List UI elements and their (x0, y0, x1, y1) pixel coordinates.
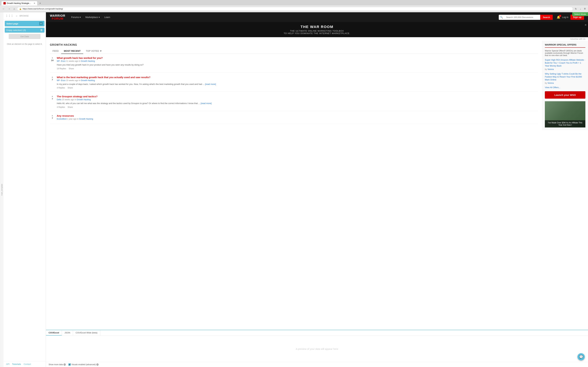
wso-offer-2[interactable]: Why Selling Ugly T-shirts Could Be the F… (545, 72, 585, 81)
thread-actions: 19 Replies Share (57, 67, 538, 70)
nav-item-marketplace[interactable]: Marketplace ▾ (83, 15, 102, 20)
home-button[interactable]: ⌂ (12, 7, 16, 11)
ad-content: THE WAR ROOM THE ULTIMATE ONLINE MARKETI… (49, 25, 585, 34)
active-tab[interactable]: Growth Hacking Strategies | Top ✕ (1, 1, 37, 5)
read-more-link[interactable]: [read more] (205, 83, 216, 85)
vote-up-icon[interactable]: ▲ (51, 95, 53, 97)
tab-json[interactable]: JSON (62, 330, 73, 335)
thread-replies[interactable]: 19 Replies (57, 67, 66, 70)
thread-meta: Deflo 25 weeks ago in Growth Hacking (57, 99, 538, 101)
tab-most-recent[interactable]: MOST RECENT (61, 48, 83, 54)
refresh-button[interactable]: ↻ (574, 7, 578, 11)
wf-header: WARRIOR FORUM Forums ▾ Marketplace ▾ Lea… (46, 12, 588, 22)
thread-user[interactable]: Deflo (57, 99, 61, 101)
visuals-checkbox[interactable] (69, 363, 71, 366)
thread-body: The Groupon strategy and tactics? Deflo … (57, 95, 538, 108)
thread-meta: WF- Enzo 10 weeks ago in Growth Hacking (57, 79, 538, 82)
nav-bar: ← → ⌂ 🔒 ↻ ↓ ≡ (0, 5, 588, 12)
back-button[interactable]: ← (1, 7, 6, 11)
thread-tag[interactable]: Growth Hacking (79, 118, 93, 120)
wso-user-1[interactable]: Verena (547, 68, 554, 70)
thread-tag[interactable]: Growth Hacking (81, 60, 95, 62)
view-all-offers-link[interactable]: View All Offers... (545, 86, 585, 89)
nav-item-forums[interactable]: Forums ▾ (69, 15, 83, 20)
thread-share[interactable]: Share (68, 106, 73, 108)
ad-close-button[interactable]: ✕ (585, 24, 587, 26)
thread-body: What growth hack has worked for you? WF-… (57, 57, 538, 70)
tab-csv-excel[interactable]: CSV/Excel (46, 330, 62, 335)
launch-wso-button[interactable]: Launch your WSO (545, 91, 585, 99)
thread-item: ▲ 7 Any resources EvolveBest 1 year ago … (50, 114, 538, 124)
selection-delete-button[interactable]: 🗑 (40, 29, 43, 32)
template-label: main_template (0, 12, 3, 367)
thread-title[interactable]: The Groupon strategy and tactics? (57, 95, 538, 98)
get-data-button[interactable]: Get Data (9, 34, 41, 39)
tab-csv-excel-wide[interactable]: CSV/Excel Wide (beta) (73, 330, 100, 335)
thread-share[interactable]: Share (68, 87, 73, 89)
wso-image-overlay: I've Made Over $3M As An Affiliate This … (545, 120, 585, 127)
bottom-tabs: CSV/Excel JSON CSV/Excel Wide (beta) (46, 330, 588, 336)
forward-button[interactable]: → (7, 7, 11, 11)
wso-user-2[interactable]: Verena (547, 82, 554, 84)
thread-meta: WF- Enzo 11 weeks ago in Growth Hacking (57, 60, 538, 62)
sidebar-help-text: Click an element on the page to select i… (5, 40, 44, 48)
selection-row[interactable]: Empty selection1 (0) 🗑 (5, 28, 44, 33)
wso-description: Warrior Special Offers® (WSOs) are deals… (545, 50, 585, 57)
sidebar-contact-link[interactable]: Contact (24, 363, 31, 365)
vote-up-icon[interactable]: ▲ (51, 57, 53, 59)
new-tab-button[interactable]: + (38, 1, 42, 5)
thread-vote: ▲ 7 (50, 76, 55, 89)
sidebar-back-icon[interactable]: ← (15, 14, 19, 18)
search-icon: 🔍 (499, 16, 504, 18)
read-more-link[interactable]: [read more] (201, 102, 211, 105)
advertise-link[interactable]: Advertise with Us (46, 37, 588, 41)
tab-close-btn[interactable]: ✕ (34, 2, 35, 4)
select-row[interactable]: Select page + (5, 21, 44, 26)
bottom-footer: Show more data ? Visuals enabled (advanc… (46, 362, 588, 367)
thread-title[interactable]: What is the best marketing growth hack t… (57, 76, 538, 79)
sidebar-content: Select page + Empty selection1 (0) 🗑 Get… (3, 19, 46, 361)
tab-title: Growth Hacking Strategies | Top (7, 2, 32, 4)
thread-title[interactable]: What growth hack has worked for you? (57, 57, 538, 59)
search-button[interactable]: Search (540, 15, 553, 20)
bottom-content: A preview of your data will appear here (46, 336, 588, 362)
thread-actions: 4 Replies Share (57, 87, 538, 89)
wf-logo-forum: FORUM (52, 17, 63, 20)
thread-user[interactable]: WF- Enzo (57, 79, 65, 82)
thread-share[interactable]: Share (69, 67, 74, 70)
thread-user[interactable]: WF- Enzo (57, 60, 65, 62)
nav-item-learn[interactable]: Learn (102, 15, 112, 20)
thread-replies[interactable]: 4 Replies (57, 87, 65, 89)
thread-tag[interactable]: Growth Hacking (77, 99, 91, 101)
forum-main: GROWTH HACKING FEED MOST RECENT TOP VOTE… (46, 41, 542, 130)
thread-user[interactable]: EvolveBest (57, 118, 67, 120)
chat-button[interactable]: 💬 (578, 353, 585, 360)
address-input[interactable] (23, 8, 571, 10)
vote-up-icon[interactable]: ▲ (51, 76, 53, 78)
wf-logo-warrior: WARRIOR (50, 14, 65, 17)
wso-offer-1[interactable]: Super High ROI Amazon Affiliate Website … (545, 58, 585, 67)
thread-title[interactable]: Any resources (57, 114, 538, 117)
wso-image: I've Made Over $3M As An Affiliate This … (545, 101, 585, 127)
forum-sidebar: WARRIOR SPECIAL OFFERS Warrior Special O… (542, 41, 588, 130)
search-input[interactable] (504, 15, 540, 20)
thread-excerpt: In my post a couple of days back, I aske… (57, 83, 538, 86)
show-more-help-icon[interactable]: ? (63, 363, 66, 366)
sidebar-tutorials-link[interactable]: Tutorials (12, 363, 21, 365)
wso-title: WARRIOR SPECIAL OFFERS (545, 43, 585, 46)
thread-meta: EvolveBest 1 year ago in Growth Hacking (57, 118, 538, 120)
browser-menu-button[interactable]: ≡ (583, 6, 587, 11)
select-add-button[interactable]: + (39, 22, 43, 25)
main-content: WARRIOR FORUM Forums ▾ Marketplace ▾ Lea… (46, 12, 588, 367)
tab-feed[interactable]: FEED (50, 48, 61, 54)
thread-replies[interactable]: 4 Replies (57, 106, 65, 108)
thread-tag[interactable]: Growth Hacking (81, 79, 95, 82)
vote-up-icon[interactable]: ▲ (51, 114, 53, 117)
sidebar-api-link[interactable]: API (6, 363, 9, 365)
download-button[interactable]: ↓ (579, 7, 582, 11)
tab-top-voted[interactable]: TOP VOTED ▼ (83, 48, 104, 54)
sidebar-dots-icon[interactable]: ⋮⋮⋮ (5, 14, 14, 18)
login-button[interactable]: Log in (562, 16, 569, 18)
notification-bell[interactable]: 🔔 1 (557, 15, 560, 19)
visuals-help-icon[interactable]: ? (96, 363, 99, 366)
